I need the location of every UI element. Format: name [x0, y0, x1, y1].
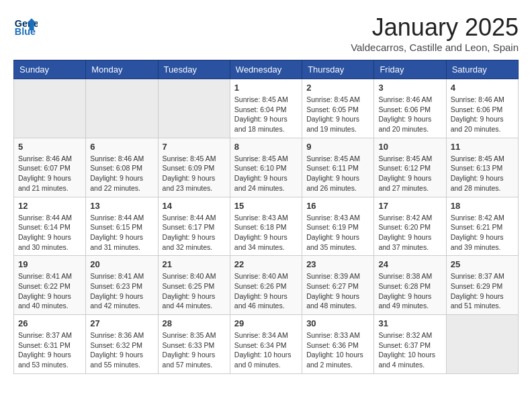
day-number: 4: [451, 83, 514, 93]
calendar-week-5: 26Sunrise: 8:37 AMSunset: 6:31 PMDayligh…: [14, 315, 519, 374]
day-info: Sunrise: 8:38 AMSunset: 6:28 PMDaylight:…: [378, 271, 441, 311]
calendar-cell: 20Sunrise: 8:41 AMSunset: 6:23 PMDayligh…: [86, 256, 158, 315]
day-info: Sunrise: 8:45 AMSunset: 6:12 PMDaylight:…: [378, 154, 441, 193]
title-area: January 2025 Valdecarros, Castille and L…: [351, 13, 519, 53]
day-info: Sunrise: 8:46 AMSunset: 6:06 PMDaylight:…: [378, 95, 441, 134]
day-number: 13: [90, 201, 153, 211]
day-info: Sunrise: 8:46 AMSunset: 6:07 PMDaylight:…: [18, 154, 81, 193]
day-info: Sunrise: 8:42 AMSunset: 6:21 PMDaylight:…: [451, 213, 514, 253]
day-number: 25: [451, 259, 514, 269]
logo-icon: General Blue: [13, 13, 38, 38]
day-info: Sunrise: 8:41 AMSunset: 6:23 PMDaylight:…: [90, 271, 153, 311]
calendar-week-4: 19Sunrise: 8:41 AMSunset: 6:22 PMDayligh…: [14, 256, 519, 315]
day-info: Sunrise: 8:32 AMSunset: 6:37 PMDaylight:…: [378, 330, 441, 370]
day-info: Sunrise: 8:45 AMSunset: 6:09 PMDaylight:…: [163, 154, 226, 193]
day-number: 8: [234, 142, 298, 152]
weekday-header-row: SundayMondayTuesdayWednesdayThursdayFrid…: [14, 60, 519, 79]
day-number: 18: [451, 201, 514, 211]
day-number: 28: [163, 318, 226, 328]
day-number: 31: [378, 318, 441, 328]
calendar-week-1: 1Sunrise: 8:45 AMSunset: 6:04 PMDaylight…: [14, 79, 519, 138]
calendar-cell: 21Sunrise: 8:40 AMSunset: 6:25 PMDayligh…: [158, 256, 230, 315]
calendar-cell: 4Sunrise: 8:46 AMSunset: 6:06 PMDaylight…: [446, 79, 518, 138]
calendar-cell: 6Sunrise: 8:46 AMSunset: 6:08 PMDaylight…: [86, 138, 158, 197]
calendar-cell: [14, 79, 86, 138]
calendar-cell: 29Sunrise: 8:34 AMSunset: 6:34 PMDayligh…: [230, 315, 302, 374]
day-info: Sunrise: 8:40 AMSunset: 6:25 PMDaylight:…: [163, 271, 226, 311]
calendar-cell: 9Sunrise: 8:45 AMSunset: 6:11 PMDaylight…: [302, 138, 374, 197]
weekday-header-sunday: Sunday: [14, 60, 86, 79]
calendar-cell: 3Sunrise: 8:46 AMSunset: 6:06 PMDaylight…: [374, 79, 446, 138]
day-info: Sunrise: 8:45 AMSunset: 6:04 PMDaylight:…: [234, 95, 298, 134]
day-info: Sunrise: 8:44 AMSunset: 6:17 PMDaylight:…: [163, 213, 226, 253]
calendar-cell: 31Sunrise: 8:32 AMSunset: 6:37 PMDayligh…: [374, 315, 446, 374]
day-number: 3: [378, 83, 441, 93]
calendar-cell: [86, 79, 158, 138]
calendar-cell: [158, 79, 230, 138]
day-number: 22: [234, 259, 298, 269]
day-info: Sunrise: 8:41 AMSunset: 6:22 PMDaylight:…: [18, 271, 81, 311]
calendar-cell: 18Sunrise: 8:42 AMSunset: 6:21 PMDayligh…: [446, 197, 518, 256]
day-info: Sunrise: 8:33 AMSunset: 6:36 PMDaylight:…: [306, 330, 369, 370]
day-number: 27: [90, 318, 153, 328]
day-number: 5: [18, 142, 81, 152]
calendar-week-2: 5Sunrise: 8:46 AMSunset: 6:07 PMDaylight…: [14, 138, 519, 197]
calendar-cell: 1Sunrise: 8:45 AMSunset: 6:04 PMDaylight…: [230, 79, 302, 138]
day-info: Sunrise: 8:43 AMSunset: 6:19 PMDaylight:…: [306, 213, 369, 253]
day-number: 10: [378, 142, 441, 152]
day-number: 29: [234, 318, 298, 328]
calendar-cell: [446, 315, 518, 374]
day-number: 16: [306, 201, 369, 211]
day-info: Sunrise: 8:42 AMSunset: 6:20 PMDaylight:…: [378, 213, 441, 253]
calendar-cell: 26Sunrise: 8:37 AMSunset: 6:31 PMDayligh…: [14, 315, 86, 374]
day-number: 15: [234, 201, 298, 211]
month-title: January 2025: [351, 13, 519, 42]
calendar-cell: 10Sunrise: 8:45 AMSunset: 6:12 PMDayligh…: [374, 138, 446, 197]
calendar-cell: 14Sunrise: 8:44 AMSunset: 6:17 PMDayligh…: [158, 197, 230, 256]
day-info: Sunrise: 8:35 AMSunset: 6:33 PMDaylight:…: [163, 330, 226, 370]
day-number: 30: [306, 318, 369, 328]
calendar-cell: 25Sunrise: 8:37 AMSunset: 6:29 PMDayligh…: [446, 256, 518, 315]
calendar-cell: 19Sunrise: 8:41 AMSunset: 6:22 PMDayligh…: [14, 256, 86, 315]
day-info: Sunrise: 8:40 AMSunset: 6:26 PMDaylight:…: [234, 271, 298, 311]
calendar-cell: 12Sunrise: 8:44 AMSunset: 6:14 PMDayligh…: [14, 197, 86, 256]
day-info: Sunrise: 8:45 AMSunset: 6:11 PMDaylight:…: [306, 154, 369, 193]
day-number: 12: [18, 201, 81, 211]
day-info: Sunrise: 8:43 AMSunset: 6:18 PMDaylight:…: [234, 213, 298, 253]
header: General Blue January 2025 Valdecarros, C…: [13, 13, 519, 53]
calendar-cell: 7Sunrise: 8:45 AMSunset: 6:09 PMDaylight…: [158, 138, 230, 197]
day-number: 21: [163, 259, 226, 269]
day-number: 7: [163, 142, 226, 152]
logo: General Blue: [13, 13, 38, 38]
day-number: 23: [306, 259, 369, 269]
day-info: Sunrise: 8:37 AMSunset: 6:29 PMDaylight:…: [451, 271, 514, 311]
calendar-cell: 24Sunrise: 8:38 AMSunset: 6:28 PMDayligh…: [374, 256, 446, 315]
calendar-cell: 28Sunrise: 8:35 AMSunset: 6:33 PMDayligh…: [158, 315, 230, 374]
weekday-header-wednesday: Wednesday: [230, 60, 302, 79]
day-number: 2: [306, 83, 369, 93]
weekday-header-saturday: Saturday: [446, 60, 518, 79]
day-number: 14: [163, 201, 226, 211]
weekday-header-friday: Friday: [374, 60, 446, 79]
day-number: 9: [306, 142, 369, 152]
location-subtitle: Valdecarros, Castille and Leon, Spain: [351, 42, 519, 53]
day-info: Sunrise: 8:46 AMSunset: 6:08 PMDaylight:…: [90, 154, 153, 193]
calendar-table: SundayMondayTuesdayWednesdayThursdayFrid…: [13, 60, 519, 374]
day-info: Sunrise: 8:34 AMSunset: 6:34 PMDaylight:…: [234, 330, 298, 370]
day-info: Sunrise: 8:46 AMSunset: 6:06 PMDaylight:…: [451, 95, 514, 134]
day-info: Sunrise: 8:45 AMSunset: 6:10 PMDaylight:…: [234, 154, 298, 193]
day-number: 17: [378, 201, 441, 211]
calendar-cell: 23Sunrise: 8:39 AMSunset: 6:27 PMDayligh…: [302, 256, 374, 315]
day-number: 20: [90, 259, 153, 269]
day-number: 1: [234, 83, 298, 93]
calendar-cell: 8Sunrise: 8:45 AMSunset: 6:10 PMDaylight…: [230, 138, 302, 197]
calendar-cell: 16Sunrise: 8:43 AMSunset: 6:19 PMDayligh…: [302, 197, 374, 256]
weekday-header-tuesday: Tuesday: [158, 60, 230, 79]
day-info: Sunrise: 8:44 AMSunset: 6:15 PMDaylight:…: [90, 213, 153, 253]
day-info: Sunrise: 8:45 AMSunset: 6:05 PMDaylight:…: [306, 95, 369, 134]
calendar-cell: 22Sunrise: 8:40 AMSunset: 6:26 PMDayligh…: [230, 256, 302, 315]
weekday-header-monday: Monday: [86, 60, 158, 79]
calendar-cell: 30Sunrise: 8:33 AMSunset: 6:36 PMDayligh…: [302, 315, 374, 374]
calendar-cell: 27Sunrise: 8:36 AMSunset: 6:32 PMDayligh…: [86, 315, 158, 374]
calendar-cell: 17Sunrise: 8:42 AMSunset: 6:20 PMDayligh…: [374, 197, 446, 256]
